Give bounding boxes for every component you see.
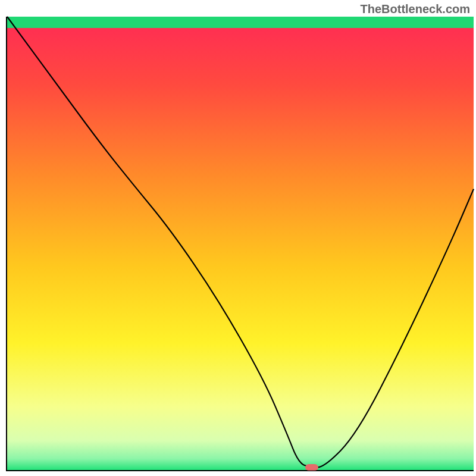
chart-container: TheBottleneck.com [0, 0, 476, 476]
gradient-background [7, 17, 474, 470]
axis-left [6, 17, 7, 471]
bottleneck-chart [0, 0, 476, 476]
green-baseline-band [7, 17, 474, 28]
optimal-marker [305, 464, 318, 471]
axis-bottom [6, 470, 474, 471]
